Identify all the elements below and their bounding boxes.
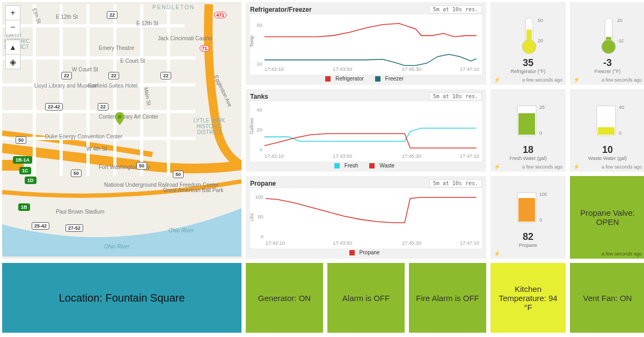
chart-resolution[interactable]: 5m at 10s res. [429, 92, 482, 100]
map-marker-icon [115, 112, 125, 125]
route-shield: 50 [173, 171, 184, 178]
svg-text:17:43:50: 17:43:50 [333, 240, 352, 246]
zoom-in-button[interactable]: + [5, 5, 20, 20]
svg-text:-10: -10 [617, 38, 624, 43]
chart-title: Tanks [250, 93, 268, 100]
svg-text:17:42:10: 17:42:10 [265, 67, 284, 72]
svg-text:17:43:50: 17:43:50 [333, 153, 352, 159]
svg-text:0: 0 [539, 130, 542, 136]
svg-text:0: 0 [619, 130, 621, 136]
route-shield: 22 [108, 72, 119, 79]
location-tile[interactable]: Location: Fountain Square [2, 263, 241, 333]
map-label: Emery Theatre [99, 45, 134, 51]
gauge-label: Waste Water (gal) [588, 156, 627, 161]
bolt-icon: ⚡ [494, 251, 500, 257]
generator-tile[interactable]: Generator: ON [246, 263, 323, 333]
thermometer-icon: 20 -10 [591, 13, 624, 56]
map-arrow-up-button[interactable]: ▲ [5, 40, 20, 55]
chart-resolution[interactable]: 5m at 10s res. [429, 5, 482, 13]
map-label: Ohio River [169, 228, 194, 233]
legend-item: Refrigerator [335, 76, 364, 82]
route-shield: 1B [18, 203, 30, 211]
thermometer-icon: 50 20 [512, 13, 544, 56]
route-shield: 471 [214, 12, 226, 18]
chart-legend: Propane [250, 250, 482, 255]
y-axis-label: Temp [249, 35, 254, 47]
tile-text: Kitchen Temperature: 94 °F [495, 284, 561, 312]
svg-text:17:45:30: 17:45:30 [402, 153, 421, 159]
fire-alarm-tile[interactable]: Fire Alarm is OFF [409, 263, 486, 333]
route-shield: 22 [107, 11, 118, 19]
alarm-tile[interactable]: Alarm is OFF [327, 263, 405, 333]
route-shield: 27-52 [65, 224, 83, 232]
svg-text:0: 0 [259, 147, 262, 152]
waste-water-gauge: 40 0 10 Waste Water (gal) a few seconds … [570, 89, 644, 172]
map-label: W 4th St [86, 146, 107, 152]
zoom-out-button[interactable]: − [5, 20, 20, 35]
svg-text:17:42:10: 17:42:10 [266, 240, 285, 246]
map-label: LYTLE PARK HISTORIC DISTRICT [188, 118, 231, 135]
refrigerator-chart-panel: Refrigerator/Freezer 5m at 10s res. Temp… [246, 2, 486, 85]
route-shield: 71 [200, 45, 209, 52]
legend-item: Fresh [345, 163, 358, 169]
gauge-label: Freezer (°F) [595, 69, 621, 74]
svg-text:50: 50 [538, 18, 543, 23]
svg-text:20: 20 [538, 38, 543, 43]
route-shield: 50 [16, 136, 26, 144]
bolt-icon: ⚡ [573, 164, 580, 170]
svg-text:50: 50 [257, 23, 262, 28]
legend-item: Waste [379, 163, 394, 169]
svg-rect-38 [518, 113, 535, 135]
map-layers-button[interactable]: ◈ [5, 54, 20, 69]
chart-resolution[interactable]: 5m at 10s res. [429, 179, 482, 187]
map-label: Garfield-Suites Hotel [88, 83, 137, 89]
route-shield: 22 [160, 72, 171, 79]
kitchen-temp-tile[interactable]: Kitchen Temperature: 94 °F [491, 263, 566, 333]
gauge-label: Refrigerator (°F) [510, 69, 545, 74]
svg-point-23 [522, 40, 536, 54]
gauge-timestamp: a few seconds ago [602, 164, 642, 170]
chart-title: Propane [250, 180, 276, 187]
svg-text:-10: -10 [255, 61, 262, 67]
legend-item: Propane [360, 250, 380, 255]
map-label: Duke Energy Convention Center [45, 134, 122, 140]
chart-plot[interactable]: Gallons 40 20 0 17:42:10 17:43:50 17:45:… [250, 101, 482, 162]
svg-text:25: 25 [539, 105, 545, 110]
propane-gauge: 100 0 82 Propane ⚡ [491, 176, 566, 259]
route-shield: 50 [71, 170, 82, 177]
map-panel[interactable]: + − ▲ ◈ PENDLETON E 12th St E 12th St Ja… [2, 2, 241, 259]
gauge-value: 18 [523, 144, 533, 156]
tile-text: Propane Valve: OPEN [574, 208, 641, 226]
chart-plot[interactable]: Lbs 100 50 0 17:42:10 17:43:50 17:45:30 … [250, 188, 482, 248]
tile-text: Vent Fan: ON [583, 294, 632, 303]
svg-text:40: 40 [257, 107, 262, 113]
map-label: PENDLETON [152, 4, 195, 10]
bolt-icon: ⚡ [494, 164, 500, 170]
map-label: W Court St [72, 67, 98, 72]
beaker-icon: 25 0 [509, 100, 547, 143]
svg-rect-51 [518, 198, 535, 222]
tile-text: Generator: ON [258, 294, 311, 303]
svg-text:17:47:10: 17:47:10 [460, 67, 479, 72]
svg-text:17:47:10: 17:47:10 [460, 153, 479, 159]
gauge-value: 35 [523, 57, 533, 69]
vent-fan-tile[interactable]: Vent Fan: ON [570, 263, 644, 333]
map-label: E Court St [120, 58, 145, 64]
tile-text: Alarm is OFF [342, 294, 390, 303]
layers-icon: ◈ [10, 57, 16, 67]
svg-text:40: 40 [619, 105, 624, 110]
svg-text:20: 20 [257, 127, 262, 133]
chart-legend: Fresh Waste [250, 163, 482, 169]
propane-valve-tile[interactable]: Propane Valve: OPEN a few seconds ago [570, 176, 644, 259]
svg-text:100: 100 [255, 194, 263, 200]
map-label: Paul Brown Stadium [56, 209, 105, 215]
map-label: Great American Ball Park [163, 187, 223, 193]
refrigerator-gauge: 50 20 35 Refrigerator (°F) a few seconds… [491, 2, 566, 85]
chart-plot[interactable]: Temp 50 -10 17:42:10 17:43:50 17:45:30 1… [250, 14, 482, 75]
svg-text:17:45:30: 17:45:30 [402, 67, 421, 72]
route-shield: 50 [136, 162, 147, 170]
svg-text:17:47:10: 17:47:10 [460, 240, 479, 246]
tanks-chart-panel: Tanks 5m at 10s res. Gallons 40 20 0 17:… [246, 89, 486, 172]
y-axis-label: Lbs [249, 214, 254, 222]
gauge-label: Propane [519, 243, 537, 248]
